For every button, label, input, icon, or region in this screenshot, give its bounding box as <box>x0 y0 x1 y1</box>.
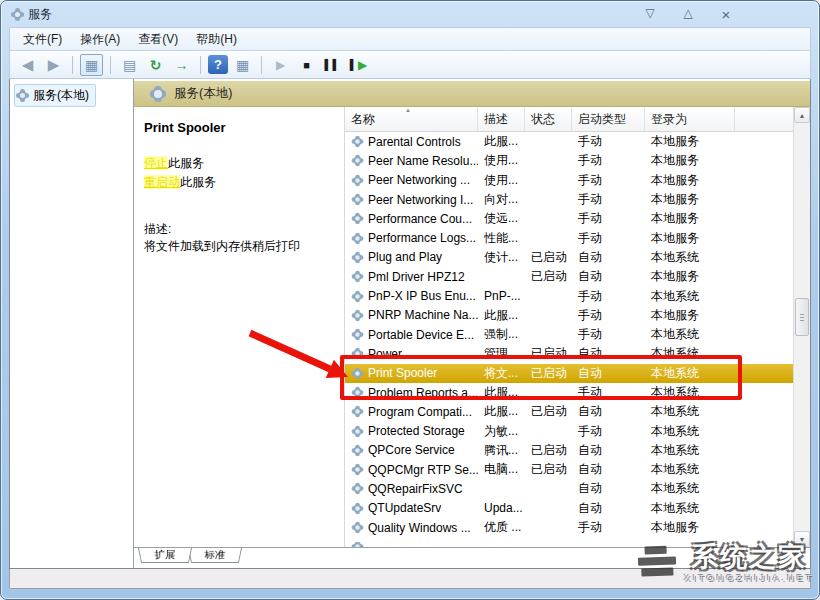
service-gear-icon <box>353 157 361 165</box>
media-window-icon[interactable]: ▦ <box>231 54 254 76</box>
cell-desc: PnP-... <box>478 289 525 303</box>
cell-desc: 使用... <box>478 152 525 169</box>
cell-desc: 向对... <box>478 191 525 208</box>
services-rows: Parental Controls此服...手动本地服务Peer Name Re… <box>345 132 793 547</box>
restart-icon[interactable]: ▌▶ <box>347 54 370 76</box>
column-header-name[interactable]: 名称 ▲ <box>345 107 478 131</box>
cell-status: 已启动 <box>525 345 572 362</box>
stop-icon[interactable]: ■ <box>295 54 318 76</box>
cell-startup: 自动 <box>572 365 645 382</box>
table-row[interactable]: QQRepairFixSVC自动本地系统 <box>345 479 793 498</box>
scrollbar-thumb[interactable] <box>795 298 809 336</box>
tab-standard[interactable]: 标准 <box>188 548 242 563</box>
cell-logon: 本地服务 <box>645 519 735 536</box>
toolbar-separator <box>261 56 262 74</box>
menu-view[interactable]: 查看(V) <box>129 28 187 51</box>
service-gear-icon <box>353 253 361 261</box>
cell-desc: 此服... <box>478 307 525 324</box>
column-header-status[interactable]: 状态 <box>525 107 572 131</box>
cell-startup: 自动 <box>572 480 645 497</box>
console-tree-panel: 服务(本地) <box>10 79 134 568</box>
titlebar[interactable]: 服务 ▽ △ × <box>9 1 811 27</box>
menu-file[interactable]: 文件(F) <box>14 28 71 51</box>
column-header-startup-type[interactable]: 启动类型 <box>572 107 645 131</box>
cell-status: 已启动 <box>525 365 572 382</box>
table-row[interactable]: Print Spooler将文...已启动自动本地系统 <box>345 364 793 383</box>
table-row[interactable]: Portable Device E...强制...手动本地系统 <box>345 325 793 344</box>
cell-logon: 本地系统 <box>645 500 735 517</box>
cell-name: QPCore Service <box>345 443 478 457</box>
table-row[interactable]: Plug and Play使计...已启动自动本地系统 <box>345 248 793 267</box>
properties-icon[interactable]: ▤ <box>118 54 141 76</box>
menu-action[interactable]: 操作(A) <box>71 28 129 51</box>
service-gear-icon <box>353 195 361 203</box>
tab-extended[interactable]: 扩展 <box>138 548 192 563</box>
table-row[interactable]: Peer Name Resolu...使用...手动本地服务 <box>345 151 793 170</box>
banner-gear-icon <box>152 88 164 100</box>
play-icon[interactable]: ▶ <box>269 54 292 76</box>
toolbar: ◀▶▦▤↻→?▦▶■▌▌▌▶ <box>9 51 811 79</box>
service-info-panel: Print Spooler 停止此服务 重启动此服务 描述: 将文件加载到内存供… <box>134 107 344 547</box>
table-row[interactable]: Performance Logs...性能...手动本地服务 <box>345 228 793 247</box>
cell-name: Performance Cou... <box>345 212 478 226</box>
forward-icon[interactable]: ▶ <box>42 54 65 76</box>
cell-logon: 本地系统 <box>645 288 735 305</box>
service-gear-icon <box>353 446 361 454</box>
cell-name: Problem Reports a... <box>345 386 478 400</box>
table-row[interactable]: Power管理...已启动自动本地系统 <box>345 344 793 363</box>
table-row[interactable]: Program Compati...此服...已启动自动本地系统 <box>345 402 793 421</box>
table-row[interactable]: PnP-X IP Bus Enu...PnP-...手动本地系统 <box>345 286 793 305</box>
cell-name: Portable Device E... <box>345 328 478 342</box>
table-row[interactable]: QQPCMgr RTP Se...电脑...已启动自动本地系统 <box>345 460 793 479</box>
table-row[interactable]: Problem Reports a...此服...手动本地系统 <box>345 383 793 402</box>
table-row[interactable]: Parental Controls此服...手动本地服务 <box>345 132 793 151</box>
watermark-logo-icon <box>637 537 679 584</box>
service-gear-icon <box>353 485 361 493</box>
table-row[interactable]: Peer Networking ...使用...手动本地服务 <box>345 171 793 190</box>
table-row[interactable]: Protected Storage为敏...手动本地系统 <box>345 421 793 440</box>
export-icon[interactable]: → <box>170 54 193 76</box>
service-gear-icon <box>353 273 361 281</box>
cell-desc: 使远... <box>478 210 525 227</box>
help-icon[interactable]: ? <box>208 55 228 74</box>
column-header-description[interactable]: 描述 <box>478 107 525 131</box>
service-gear-icon <box>353 524 361 532</box>
close-button[interactable]: × <box>715 6 737 23</box>
console-tree-icon[interactable]: ▦ <box>80 54 103 76</box>
table-row[interactable]: Pml Driver HPZ12已启动自动本地服务 <box>345 267 793 286</box>
scrollbar-track[interactable] <box>794 123 810 531</box>
cell-name: Parental Controls <box>345 135 478 149</box>
table-row[interactable]: QTUpdateSrvUpda...自动本地系统 <box>345 499 793 518</box>
toolbar-separator <box>72 56 73 74</box>
list-scrollbar[interactable]: ▲ ▼ <box>793 107 810 547</box>
services-banner: 服务(本地) <box>134 81 810 107</box>
pause-icon[interactable]: ▌▌ <box>321 54 344 76</box>
minimize-button[interactable]: ▽ <box>639 6 661 23</box>
stop-service-line: 停止此服务 <box>144 155 336 172</box>
table-row[interactable]: PNRP Machine Na...此服...手动本地服务 <box>345 306 793 325</box>
table-row[interactable]: Quality Windows ...优质 ...手动本地服务 <box>345 518 793 537</box>
scroll-up-icon[interactable]: ▲ <box>794 107 810 123</box>
column-header-logon-as[interactable]: 登录为 <box>645 107 735 131</box>
refresh-icon[interactable]: ↻ <box>144 54 167 76</box>
cell-name: QTUpdateSrv <box>345 501 478 515</box>
cell-name: Performance Logs... <box>345 231 478 245</box>
restart-service-link[interactable]: 重启动 <box>144 175 180 189</box>
cell-startup: 手动 <box>572 384 645 401</box>
table-row[interactable]: Performance Cou...使远...手动本地服务 <box>345 209 793 228</box>
menu-help[interactable]: 帮助(H) <box>187 28 246 51</box>
cell-status: 已启动 <box>525 461 572 478</box>
back-icon[interactable]: ◀ <box>16 54 39 76</box>
console-body: 服务(本地) 服务(本地) Print Spooler 停止此服务 重启动此服务 <box>9 79 811 569</box>
maximize-button[interactable]: △ <box>677 6 699 23</box>
cell-name: PNRP Machine Na... <box>345 308 478 322</box>
table-row[interactable]: Peer Networking I...向对...手动本地服务 <box>345 190 793 209</box>
description-label: 描述: <box>144 221 336 238</box>
cell-name: Peer Name Resolu... <box>345 154 478 168</box>
stop-service-link[interactable]: 停止 <box>144 156 168 170</box>
tree-item-services-local[interactable]: 服务(本地) <box>14 84 96 107</box>
cell-logon: 本地服务 <box>645 191 735 208</box>
table-row[interactable]: QPCore Service腾讯...已启动自动本地系统 <box>345 441 793 460</box>
cell-startup: 自动 <box>572 500 645 517</box>
cell-name: Power <box>345 347 478 361</box>
